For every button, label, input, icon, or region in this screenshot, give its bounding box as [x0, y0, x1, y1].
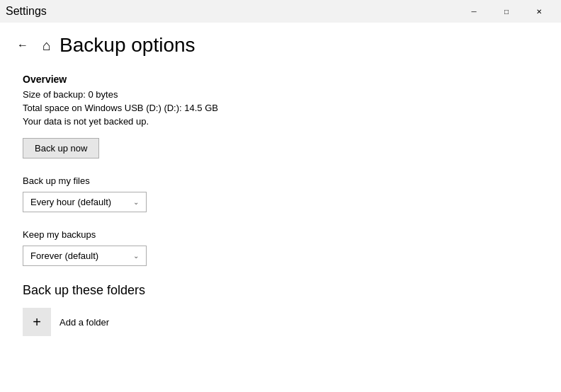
chevron-down-icon-2: ⌄: [133, 252, 139, 260]
keep-backups-selected: Forever (default): [30, 250, 98, 261]
title-bar-title: Settings: [6, 5, 47, 18]
folders-section: Back up these folders + Add a folder: [23, 283, 538, 336]
total-space-text: Total space on Windows USB (D:) (D:): 14…: [23, 103, 538, 113]
keep-backups-section: Keep my backups Forever (default) ⌄: [23, 229, 538, 266]
keep-backups-label: Keep my backups: [23, 229, 538, 240]
chevron-down-icon: ⌄: [133, 198, 139, 206]
backup-now-button[interactable]: Back up now: [23, 138, 99, 158]
title-bar-controls: ─ □ ✕: [458, 0, 555, 23]
overview-section: Overview Size of backup: 0 bytes Total s…: [23, 74, 538, 158]
backup-files-dropdown[interactable]: Every hour (default) ⌄: [23, 192, 147, 212]
title-bar-left: Settings: [6, 5, 47, 18]
backup-files-label: Back up my files: [23, 175, 538, 186]
backup-files-selected: Every hour (default): [30, 197, 111, 207]
page-title: Backup options: [60, 34, 195, 57]
maximize-button[interactable]: □: [490, 0, 523, 23]
back-button[interactable]: ←: [11, 34, 34, 57]
keep-backups-dropdown[interactable]: Forever (default) ⌄: [23, 246, 147, 266]
folders-title: Back up these folders: [23, 283, 538, 298]
content-area: ← ⌂ Backup options Overview Size of back…: [0, 23, 561, 392]
add-folder-button[interactable]: +: [23, 308, 51, 336]
overview-title: Overview: [23, 74, 538, 85]
minimize-button[interactable]: ─: [458, 0, 490, 23]
add-folder-row: + Add a folder: [23, 308, 538, 336]
status-text: Your data is not yet backed up.: [23, 116, 538, 127]
main-content: ← ⌂ Backup options Overview Size of back…: [0, 23, 561, 392]
page-header: ← ⌂ Backup options: [0, 23, 561, 68]
settings-body: Overview Size of backup: 0 bytes Total s…: [0, 68, 561, 359]
close-button[interactable]: ✕: [523, 0, 555, 23]
size-text: Size of backup: 0 bytes: [23, 89, 538, 100]
title-bar: Settings ─ □ ✕: [0, 0, 561, 23]
backup-files-section: Back up my files Every hour (default) ⌄: [23, 175, 538, 212]
plus-icon: +: [33, 314, 41, 330]
add-folder-label: Add a folder: [60, 317, 109, 328]
home-icon: ⌂: [42, 38, 51, 54]
